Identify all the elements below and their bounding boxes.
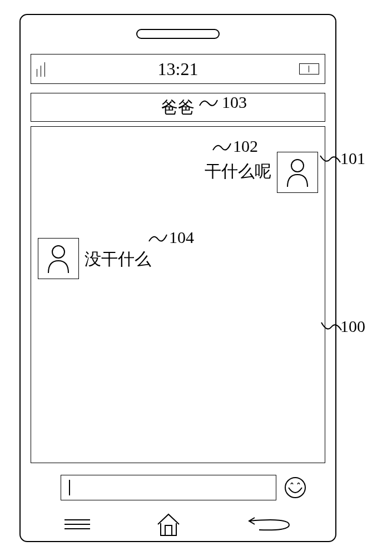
phone-device-outline: 13:21 爸爸 103 102 干什么呢 104 — [19, 14, 336, 542]
message-input-row — [31, 472, 325, 503]
text-cursor — [69, 480, 70, 495]
incoming-avatar[interactable] — [38, 238, 79, 279]
person-icon — [45, 243, 72, 274]
chat-conversation-area: 102 干什么呢 104 没干什么 — [31, 126, 325, 463]
contact-title-bar: 爸爸 — [31, 93, 325, 122]
outgoing-message-text: 干什么呢 — [205, 160, 271, 183]
home-icon[interactable] — [156, 512, 181, 537]
incoming-message-text: 没干什么 — [85, 248, 151, 271]
annotation-102: 102 — [212, 137, 258, 156]
system-nav-bar — [21, 508, 335, 541]
battery-icon — [299, 63, 319, 75]
annotation-104: 104 — [148, 228, 194, 247]
annotation-100: 100 — [340, 317, 365, 336]
svg-point-1 — [52, 246, 64, 258]
annotation-100-label: 100 — [340, 317, 365, 335]
person-icon — [284, 157, 311, 188]
contact-name: 爸爸 — [161, 96, 195, 119]
signal-icon — [37, 61, 46, 77]
emoji-button[interactable] — [284, 476, 306, 499]
annotation-104-label: 104 — [169, 228, 194, 247]
back-icon[interactable] — [247, 517, 291, 532]
annotation-101: 101 — [340, 149, 365, 168]
annotation-103-label: 103 — [222, 93, 247, 112]
svg-rect-3 — [165, 525, 172, 535]
annotation-103: 103 — [199, 93, 247, 112]
svg-point-0 — [291, 160, 304, 172]
speaker-slot — [136, 29, 220, 39]
menu-icon[interactable] — [64, 519, 90, 529]
outgoing-avatar[interactable] — [277, 152, 318, 193]
svg-point-2 — [285, 478, 305, 498]
status-bar: 13:21 — [31, 54, 325, 84]
clock-time: 13:21 — [158, 59, 199, 80]
annotation-101-label: 101 — [340, 149, 365, 167]
annotation-102-label: 102 — [233, 137, 258, 156]
message-input[interactable] — [61, 475, 276, 500]
